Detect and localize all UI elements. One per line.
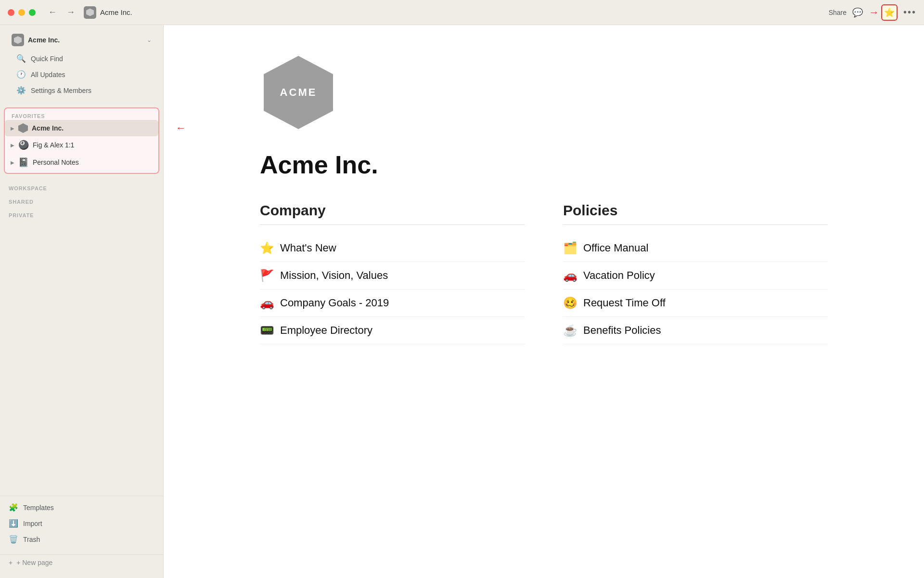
hex-logo-text: ACME [280, 86, 317, 99]
policies-doc-list: 🗂️ Office Manual 🚗 Vacation Policy 🥴 Req… [563, 235, 828, 344]
comment-button[interactable]: 💬 [852, 7, 863, 18]
favorite-button[interactable]: ⭐ [881, 4, 898, 21]
doc-label: Office Manual [583, 242, 648, 254]
shared-label: SHARED [0, 193, 163, 207]
sidebar-item-acme-inc[interactable]: ▶ Acme Inc. [5, 120, 158, 136]
doc-label: Benefits Policies [583, 324, 661, 337]
sidebar-item-label: Acme Inc. [32, 124, 64, 132]
expand-icon: ▶ [11, 143, 14, 148]
sidebar-item-label: All Updates [31, 71, 65, 79]
favorite-item-container: ▶ Acme Inc. ← [5, 120, 158, 136]
sidebar-item-quick-find[interactable]: 🔍 Quick Find [12, 51, 152, 66]
workspace-name: Acme Inc. [28, 36, 143, 44]
doc-item-vacation-policy[interactable]: 🚗 Vacation Policy [563, 262, 828, 289]
share-button[interactable]: Share [829, 9, 847, 16]
forward-button[interactable]: → [64, 6, 78, 18]
sidebar-item-import[interactable]: ⬇️ Import [4, 516, 159, 531]
maximize-button[interactable] [29, 9, 36, 16]
new-page-label: + New page [16, 559, 52, 566]
bottom-nav: 🧩 Templates ⬇️ Import 🗑️ Trash [4, 500, 159, 547]
doc-item-benefits[interactable]: ☕ Benefits Policies [563, 317, 828, 344]
sidebar-item-label: Fig & Alex 1:1 [33, 141, 74, 149]
star-annotation: → ⭐ [869, 4, 898, 21]
whats-new-icon: ⭐ [260, 241, 274, 255]
vacation-icon: 🚗 [563, 269, 578, 282]
arrow-right-icon: → [869, 6, 879, 19]
workspace-icon [12, 34, 24, 46]
personal-notes-icon: 📓 [18, 157, 29, 168]
workspace-selector[interactable]: Acme Inc. ⌄ [8, 31, 155, 49]
employee-dir-icon: 📟 [260, 324, 274, 337]
breadcrumb: Acme Inc. [100, 8, 132, 16]
more-options-button[interactable]: ••• [903, 7, 916, 18]
mission-icon: 🚩 [260, 269, 274, 282]
import-icon: ⬇️ [9, 519, 18, 528]
doc-item-office-manual[interactable]: 🗂️ Office Manual [563, 235, 828, 262]
nav-buttons: ← → [45, 6, 78, 18]
search-icon: 🔍 [16, 54, 26, 63]
doc-item-mission[interactable]: 🚩 Mission, Vision, Values [260, 262, 525, 289]
workspace-label: WORKSPACE [0, 180, 163, 193]
page-icon [84, 6, 96, 19]
sidebar-item-personal-notes[interactable]: ▶ 📓 Personal Notes [5, 154, 158, 171]
policies-column: Policies 🗂️ Office Manual 🚗 Vacation Pol… [563, 202, 828, 344]
doc-label: Vacation Policy [583, 269, 655, 282]
columns-container: Company ⭐ What's New 🚩 Mission, Vision, … [260, 202, 828, 344]
favorites-section: FAVORITES ▶ Acme Inc. ← ▶ 🎱 Fig & Alex 1… [4, 107, 159, 174]
doc-item-employee-directory[interactable]: 📟 Employee Directory [260, 317, 525, 344]
sidebar: Acme Inc. ⌄ 🔍 Quick Find 🕐 All Updates ⚙… [0, 25, 164, 578]
acme-logo: ACME [260, 54, 828, 131]
doc-item-whats-new[interactable]: ⭐ What's New [260, 235, 525, 262]
sidebar-item-label: Quick Find [31, 55, 63, 63]
app-body: Acme Inc. ⌄ 🔍 Quick Find 🕐 All Updates ⚙… [0, 25, 924, 578]
expand-icon: ▶ [11, 160, 14, 165]
policies-column-title: Policies [563, 202, 828, 225]
sidebar-top: Acme Inc. ⌄ 🔍 Quick Find 🕐 All Updates ⚙… [0, 25, 163, 105]
gear-icon: ⚙️ [16, 86, 26, 95]
fig-alex-icon: 🎱 [18, 140, 29, 150]
close-button[interactable] [8, 9, 14, 16]
chevron-down-icon: ⌄ [147, 37, 152, 43]
company-column: Company ⭐ What's New 🚩 Mission, Vision, … [260, 202, 525, 344]
sidebar-bottom: 🧩 Templates ⬇️ Import 🗑️ Trash [0, 496, 163, 551]
doc-label: Mission, Vision, Values [280, 269, 388, 282]
sidebar-item-fig-alex[interactable]: ▶ 🎱 Fig & Alex 1:1 [5, 136, 158, 154]
sidebar-item-label: Templates [23, 504, 54, 512]
trash-icon: 🗑️ [9, 535, 18, 544]
sidebar-item-all-updates[interactable]: 🕐 All Updates [12, 67, 152, 82]
page-title: Acme Inc. [260, 150, 828, 179]
doc-label: What's New [280, 242, 336, 254]
sidebar-item-label: Import [23, 520, 42, 527]
doc-label: Employee Directory [280, 324, 372, 337]
sidebar-item-templates[interactable]: 🧩 Templates [4, 500, 159, 515]
company-doc-list: ⭐ What's New 🚩 Mission, Vision, Values 🚗… [260, 235, 525, 344]
goals-icon: 🚗 [260, 296, 274, 310]
office-manual-icon: 🗂️ [563, 241, 578, 255]
clock-icon: 🕐 [16, 70, 26, 79]
plus-icon: + [9, 559, 13, 566]
doc-label: Request Time Off [583, 297, 666, 309]
private-label: PRIVATE [0, 207, 163, 220]
favorites-label: FAVORITES [5, 110, 158, 120]
main-content: ACME Acme Inc. Company ⭐ What's New 🚩 Mi… [164, 25, 924, 578]
toolbar-right: Share 💬 → ⭐ ••• [829, 4, 916, 21]
sidebar-item-label: Settings & Members [31, 87, 91, 94]
doc-item-time-off[interactable]: 🥴 Request Time Off [563, 289, 828, 317]
sidebar-nav: 🔍 Quick Find 🕐 All Updates ⚙️ Settings &… [8, 49, 155, 100]
sidebar-item-label: Trash [23, 536, 40, 543]
back-button[interactable]: ← [45, 6, 60, 18]
title-bar: ← → Acme Inc. Share 💬 → ⭐ ••• [0, 0, 924, 25]
expand-icon: ▶ [11, 126, 14, 131]
templates-icon: 🧩 [9, 503, 18, 512]
acme-icon [18, 123, 28, 133]
doc-item-company-goals[interactable]: 🚗 Company Goals - 2019 [260, 289, 525, 317]
time-off-icon: 🥴 [563, 296, 578, 310]
benefits-icon: ☕ [563, 324, 578, 337]
minimize-button[interactable] [18, 9, 25, 16]
new-page-button[interactable]: + + New page [0, 554, 163, 570]
company-column-title: Company [260, 202, 525, 225]
sidebar-item-label: Personal Notes [33, 158, 79, 166]
sidebar-item-trash[interactable]: 🗑️ Trash [4, 532, 159, 547]
sidebar-item-settings[interactable]: ⚙️ Settings & Members [12, 83, 152, 98]
traffic-lights [8, 9, 36, 16]
